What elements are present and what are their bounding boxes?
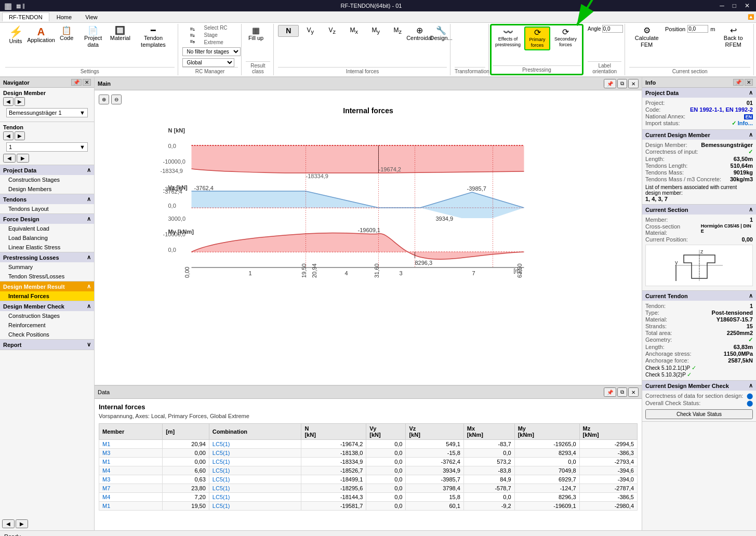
nav-item-check-positions[interactable]: Check Positions [0,330,94,339]
nav-section-tendons-header[interactable]: Tendons ∧ [0,194,94,204]
calculate-fem-btn[interactable]: ⚙ Calculate FEM [629,25,664,50]
tendon-next-btn[interactable]: ▶ [15,131,25,140]
mz-btn[interactable]: Mz [387,25,408,37]
nav-item-design-members[interactable]: Design Members [0,184,94,194]
table-cell-member-link[interactable]: M7 [102,485,110,491]
tendon-action-btn2[interactable]: ▶ [17,154,29,163]
import-status-label: Import status: [645,120,680,127]
cs-info-content: Member: 1 Cross-section Material: Hormig… [642,215,756,290]
nav-section-report-header[interactable]: Report ∨ [0,340,94,350]
nav-item-tendon-stress[interactable]: Tendon Stress/Losses [0,272,94,281]
rc-combo[interactable]: No filter for stages [182,47,241,56]
select-rc-btn[interactable]: ≡₁≡₂≡₃ [182,25,203,46]
nav-footer-btn2[interactable]: ▶ [16,519,28,528]
info-section-ct-header[interactable]: Current Tendon ∧ [642,291,756,301]
nav-section-design-member-check-header[interactable]: Design Member Check ∧ [0,301,94,311]
back-to-rfem-btn[interactable]: ↩ Back to RFEM [716,25,750,50]
check-value-status-btn[interactable]: Check Value Status [645,409,753,419]
data-panel-float-btn[interactable]: ⧉ [617,387,627,397]
info-section-cdm-header[interactable]: Current Design Member ∧ [642,130,756,140]
design-member-prev-btn[interactable]: ◀ [3,97,14,106]
tab-view[interactable]: View [79,13,104,21]
vy-btn[interactable]: Vy [300,25,321,37]
info-close-btn[interactable]: ✕ [745,79,753,86]
primary-forces-btn[interactable]: ⟳ Primaryforces [524,26,550,50]
n-btn[interactable]: N [278,25,299,37]
table-cell-combination-link[interactable]: LC5(1) [213,485,230,491]
table-cell-combination-link[interactable]: LC5(1) [213,476,230,483]
nav-item-load-balancing[interactable]: Load Balancing [0,233,94,243]
tab-rftendon[interactable]: RF-TENDON [2,12,49,21]
position-input[interactable] [687,25,708,33]
table-cell-combination-link[interactable]: LC5(1) [213,503,230,509]
tendon-action-btn1[interactable]: ◀ [3,154,16,163]
table-cell-member-link[interactable]: M1 [102,441,110,447]
info-section-cs-header[interactable]: Current Section ∧ [642,205,756,215]
nav-section-force-design-header[interactable]: Force Design ∧ [0,214,94,224]
nav-item-linear-elastic[interactable]: Linear Elastic Stress [0,243,94,252]
table-cell-combination-link[interactable]: LC5(1) [213,459,230,465]
table-cell-member-link[interactable]: M4 [102,467,110,474]
info-link[interactable]: Info... [738,120,753,126]
tendon-prev-btn[interactable]: ◀ [3,131,14,140]
effects-prestressing-btn[interactable]: 〰️ Effects ofprestressing [493,26,523,49]
table-cell-combination-link[interactable]: LC5(1) [213,450,230,456]
result-class-label: Result class [246,61,271,74]
data-panel-close-btn[interactable]: ✕ [628,387,639,397]
table-cell-member-link[interactable]: M4 [102,494,110,500]
tab-home[interactable]: Home [50,13,78,21]
nav-section-design-member-result-header[interactable]: Design Member Result ∧ [0,282,94,291]
fill-up-btn[interactable]: ▦ Fill up [246,25,267,43]
table-cell-member-link[interactable]: M3 [102,450,110,456]
project-data-btn[interactable]: 📄 Project data [78,25,108,50]
nav-close-btn[interactable]: ✕ [83,79,91,86]
main-float-btn[interactable]: ⧉ [617,79,627,88]
table-cell-combination-link[interactable]: LC5(1) [213,441,230,447]
chart-zoom-btn[interactable]: ⊕ [99,95,109,104]
nav-item-tendons-layout[interactable]: Tendons Layout [0,204,94,213]
minimize-btn[interactable]: ─ [718,2,726,9]
nav-section-project-data-header[interactable]: Project Data ∧ [0,165,94,175]
code-btn[interactable]: 📋 Code [56,25,77,43]
table-cell-combination-link[interactable]: LC5(1) [213,467,230,474]
material-btn[interactable]: 🔲 Material [109,25,131,43]
ribbon-group-internal-forces: N Vy Vz Mx My Mz ⊕ Centroidal 🔧 [275,24,450,75]
tendon-templates-btn[interactable]: ━ Tendon templates [132,25,174,50]
application-btn[interactable]: A Application [27,25,55,45]
design-member-dropdown[interactable]: Bemessungsträger 1 ▼ [6,108,88,117]
main-pin-btn[interactable]: 📌 [604,79,616,88]
centroidal-btn[interactable]: ⊕ Centroidal [409,25,430,43]
chart-zoom-out-btn[interactable]: ⊖ [111,95,122,104]
nav-item-equivalent-load[interactable]: Equivalent Load [0,224,94,233]
my-btn[interactable]: My [365,25,386,37]
data-panel-pin-btn[interactable]: 📌 [604,387,616,397]
maximize-btn[interactable]: □ [731,2,738,9]
design-member-next-btn[interactable]: ▶ [15,97,25,106]
info-pin-btn[interactable]: 📌 [733,79,744,86]
main-close-btn[interactable]: ✕ [628,79,639,88]
units-btn[interactable]: ⚡ Units [5,25,26,46]
info-section-cdmc-header[interactable]: Current Design Member Check ∧ [642,381,756,391]
nav-item-reinforcement[interactable]: Reinforcement [0,320,94,330]
nav-footer-btn1[interactable]: ◀ [2,519,15,528]
nav-item-construction-stages-2[interactable]: Construction Stages [0,311,94,320]
nav-item-construction-stages-1[interactable]: Construction Stages [0,175,94,184]
nav-section-prestressing-losses-header[interactable]: Prestressing Losses ∧ [0,252,94,262]
table-cell-member-link[interactable]: M1 [102,503,110,509]
vz-btn[interactable]: Vz [322,25,342,37]
nav-item-internal-forces[interactable]: Internal Forces [0,291,94,301]
design-btn[interactable]: 🔧 Design... [431,25,452,43]
info-section-project-data-header[interactable]: Project Data ∧ [642,88,756,98]
stage-combo[interactable]: Global [182,58,234,67]
ct-info-content: Tendon: 1 Type: Post-tensioned Material:… [642,301,756,380]
close-btn[interactable]: ✕ [742,2,752,9]
nav-item-summary[interactable]: Summary [0,262,94,272]
prestressing-losses-chevron: ∧ [87,254,91,261]
tendon-dropdown[interactable]: 1 ▼ [6,142,88,152]
nav-pin-btn[interactable]: 📌 [71,79,82,86]
table-cell-combination-link[interactable]: LC5(1) [213,494,230,500]
mx-btn[interactable]: Mx [343,25,364,37]
angle-input[interactable] [602,25,623,33]
table-cell-member-link[interactable]: M3 [102,476,110,483]
table-cell-member-link[interactable]: M1 [102,459,110,465]
